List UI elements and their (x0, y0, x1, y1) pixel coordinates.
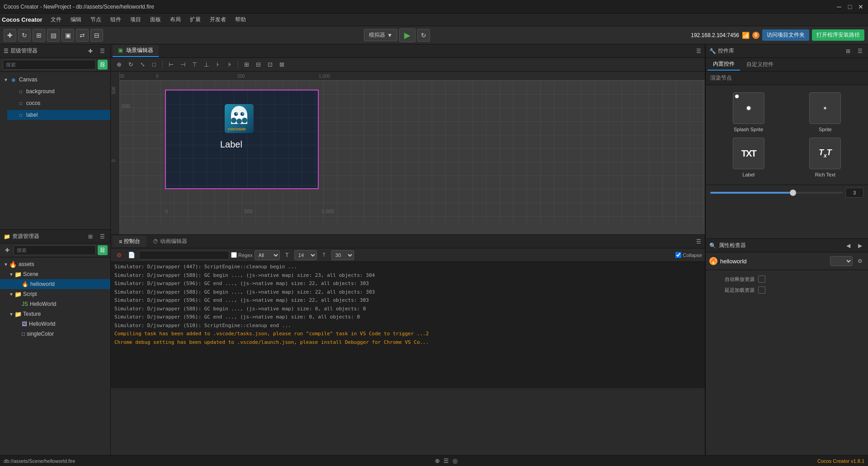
attribute-prev-button[interactable]: ◀ (844, 241, 853, 250)
node-settings-icon[interactable]: ⚙ (855, 257, 864, 266)
scene-editor-tab[interactable]: ▣ 场景编辑器 (113, 45, 159, 57)
status-menu-icon[interactable]: ☰ (443, 457, 449, 464)
assets-copy-button[interactable]: ⊞ (86, 232, 95, 241)
extra-tool[interactable]: ⊠ (276, 59, 287, 70)
refresh-button[interactable]: ↻ (18, 29, 31, 42)
play-button[interactable]: ▶ (399, 29, 415, 42)
add-node-button[interactable]: ✚ (4, 29, 16, 42)
console-font-btn1[interactable]: T (282, 250, 292, 260)
tree-item-cocos[interactable]: □ cocos (0, 97, 110, 109)
asset-item-helloworld[interactable]: 🔥 helloworld (0, 279, 110, 289)
visit-project-button[interactable]: 访问项目文件夹 (762, 29, 809, 41)
comp-splash-sprite[interactable]: Splash Sprite (713, 92, 784, 132)
align-center-v[interactable]: ⊦ (212, 59, 223, 70)
assets-search-input[interactable] (14, 245, 96, 255)
distribute-v[interactable]: ⊟ (253, 59, 264, 70)
console-menu-button[interactable]: ☰ (694, 237, 703, 246)
attribute-next-button[interactable]: ▶ (855, 241, 864, 250)
asset-item-script-folder[interactable]: ▼ 📁 Script (0, 289, 110, 299)
install-path-button[interactable]: 打开程序安装路径 (812, 29, 864, 41)
console-collapse-checkbox[interactable]: Collapse (675, 252, 702, 258)
status-icons: ⊕ ☰ ◎ (435, 457, 458, 464)
comp-slider-track-container[interactable] (710, 192, 843, 194)
component-copy-button[interactable]: ⊞ (844, 47, 853, 56)
console-clear-button[interactable]: ⊘ (113, 250, 124, 260)
menu-panel[interactable]: 面板 (146, 15, 165, 24)
scene-editor-menu-button[interactable]: ☰ (694, 47, 703, 56)
minimize-button[interactable]: ─ (835, 3, 843, 10)
svg-point-12 (242, 118, 247, 123)
console-size-select2[interactable]: 30 (331, 250, 354, 260)
align-left[interactable]: ⊢ (165, 59, 176, 70)
hierarchy-search-input[interactable] (3, 60, 96, 70)
console-level-select[interactable]: All Error Warn Info (255, 250, 280, 260)
align-right[interactable]: ⊤ (189, 59, 200, 70)
lazy-load-checkbox[interactable] (758, 286, 765, 294)
align-bottom[interactable]: ⊧ (224, 59, 235, 70)
build-button[interactable]: ▤ (47, 29, 60, 42)
distribute-h[interactable]: ⊞ (241, 59, 252, 70)
asset-item-singlecolor[interactable]: □ singleColor (0, 329, 110, 339)
menu-help[interactable]: 帮助 (231, 15, 250, 24)
asset-item-texture-folder[interactable]: ▼ 📁 Texture (0, 309, 110, 319)
cocos-sprite-container: COCOS2D (225, 104, 254, 134)
asset-item-assets[interactable]: ▼ 🔥 assets (0, 259, 110, 269)
menu-edit[interactable]: 编辑 (67, 15, 85, 24)
menu-extension[interactable]: 扩展 (186, 15, 204, 24)
scale-tool[interactable]: ⤡ (137, 59, 148, 70)
auto-release-checkbox[interactable] (758, 276, 765, 283)
assets-add-button[interactable]: ✚ (3, 246, 12, 255)
assets-link-button[interactable]: ⛓ (98, 245, 108, 255)
comp-slider-thumb[interactable] (790, 190, 796, 196)
console-filter-button[interactable]: 📄 (126, 250, 137, 260)
node-type-select[interactable] (830, 256, 853, 266)
assets-menu-button[interactable]: ☰ (98, 232, 107, 241)
tree-item-background[interactable]: □ background (0, 86, 110, 97)
align-top[interactable]: ⊥ (201, 59, 212, 70)
tree-item-label[interactable]: □ label (0, 109, 110, 121)
component-menu-button[interactable]: ☰ (855, 47, 864, 56)
hierarchy-menu-button[interactable]: ☰ (98, 47, 107, 56)
status-add-icon[interactable]: ⊕ (435, 457, 440, 464)
menu-developer[interactable]: 开发者 (206, 15, 230, 24)
asset-item-scene-folder[interactable]: ▼ 📁 Scene (0, 269, 110, 279)
comp-sprite[interactable]: Sprite (790, 92, 861, 132)
regex-checkbox-input[interactable] (231, 252, 237, 258)
console-regex-checkbox[interactable]: Regex (231, 252, 253, 258)
asset-item-helloworld-texture[interactable]: 🖼 HelloWorld (0, 319, 110, 329)
rect-tool[interactable]: □ (149, 59, 160, 70)
animation-tab[interactable]: ⏱ 动画编辑器 (146, 236, 193, 247)
menu-file[interactable]: 文件 (47, 15, 65, 24)
console-font-btn2[interactable]: T (319, 250, 330, 260)
comp-rich-text[interactable]: TxT Rich Text (790, 138, 861, 177)
console-search-input[interactable] (139, 251, 229, 260)
menu-component[interactable]: 组件 (107, 15, 125, 24)
align-center-h[interactable]: ⊣ (177, 59, 188, 70)
console-tab[interactable]: ≡ 控制台 (113, 236, 146, 247)
sync-button[interactable]: ⇄ (76, 29, 89, 42)
hierarchy-link-button[interactable]: ⛓ (98, 60, 108, 70)
menu-node[interactable]: 节点 (87, 15, 105, 24)
comp-label[interactable]: TXT Label (713, 138, 784, 177)
collapse-checkbox-input[interactable] (675, 252, 681, 258)
move-tool[interactable]: ⊕ (113, 59, 124, 70)
status-eye-icon[interactable]: ◎ (453, 457, 458, 464)
console-size-select1[interactable]: 14 (294, 250, 317, 260)
preview-button[interactable]: ▣ (61, 29, 74, 42)
menu-project[interactable]: 项目 (127, 15, 145, 24)
anchor-tool[interactable]: ⊡ (264, 59, 275, 70)
tree-item-canvas[interactable]: ▼ ◉ Canvas (0, 74, 110, 86)
builtin-tab[interactable]: 内置控件 (708, 58, 740, 71)
simulator-button[interactable]: 模拟器 ▼ (364, 29, 397, 41)
asset-item-helloworld-script[interactable]: JS HelloWorld (0, 299, 110, 309)
extra-button[interactable]: ⊟ (90, 29, 103, 42)
menu-layout[interactable]: 布局 (166, 15, 184, 24)
maximize-button[interactable]: □ (846, 3, 854, 10)
title-controls: ─ □ ✕ (835, 3, 864, 10)
hierarchy-add-button[interactable]: ✚ (86, 47, 95, 56)
custom-tab[interactable]: 自定义控件 (741, 59, 779, 70)
settings-button[interactable]: ⊞ (33, 29, 45, 42)
rotate-tool[interactable]: ↻ (125, 59, 136, 70)
step-button[interactable]: ↻ (417, 29, 430, 42)
close-button[interactable]: ✕ (857, 3, 864, 10)
